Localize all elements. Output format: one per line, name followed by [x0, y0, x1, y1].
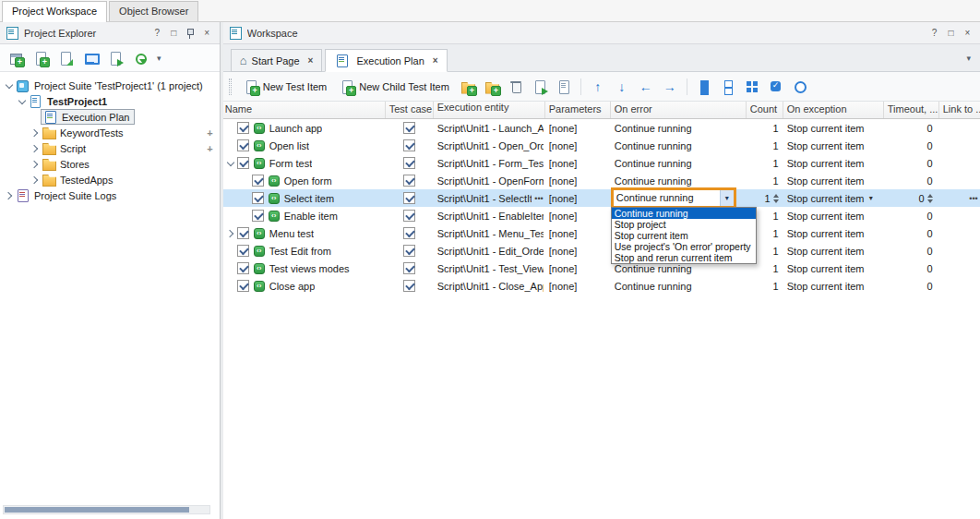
- column-header-on-error[interactable]: On error: [611, 102, 747, 118]
- horizontal-scrollbar[interactable]: [3, 505, 210, 514]
- twisty-down-icon[interactable]: [17, 96, 28, 107]
- maximize-button[interactable]: □: [944, 26, 958, 41]
- item-enabled-checkbox[interactable]: [237, 122, 249, 134]
- test-case-checkbox[interactable]: [403, 175, 415, 187]
- test-item-row-menu-test[interactable]: Menu testScript\Unit1 - Menu_Test[none]C…: [223, 224, 980, 242]
- maximize-button[interactable]: □: [167, 26, 181, 41]
- delete-test-item-button[interactable]: [505, 77, 527, 97]
- test-case-checkbox[interactable]: [403, 210, 415, 222]
- test-item-row-launch-app[interactable]: Launch appScript\Unit1 - Launch_App[none…: [223, 119, 980, 137]
- invert-checks-button[interactable]: [741, 77, 763, 97]
- new-project-suite-button[interactable]: [5, 48, 27, 68]
- twisty-right-icon[interactable]: [30, 175, 41, 186]
- item-enabled-checkbox[interactable]: [252, 210, 264, 222]
- add-item-plus-button[interactable]: +: [207, 143, 212, 154]
- item-enabled-checkbox[interactable]: [237, 280, 249, 292]
- item-enabled-checkbox[interactable]: [237, 227, 249, 239]
- spin-down-icon[interactable]: [927, 199, 933, 203]
- column-header-on-exception[interactable]: On exception: [783, 102, 884, 118]
- tree-item-stores[interactable]: Stores: [0, 156, 220, 172]
- item-enabled-checkbox[interactable]: [237, 157, 249, 169]
- dropdown-option-stop-current-item[interactable]: Stop current item: [612, 230, 756, 241]
- test-item-row-enable-item[interactable]: Enable itemScript\Unit1 - EnableItem[non…: [223, 207, 980, 224]
- test-item-row-close-app[interactable]: Close appScript\Unit1 - Close_App[none]C…: [223, 277, 980, 295]
- test-case-checkbox[interactable]: [403, 192, 415, 204]
- uncheck-selected-button[interactable]: [789, 77, 811, 97]
- test-item-row-test-views-modes[interactable]: Test views modesScript\Unit1 - Test_View…: [223, 260, 980, 277]
- spinner-control[interactable]: [927, 194, 933, 203]
- on-error-combobox[interactable]: Continue running▾: [614, 190, 734, 206]
- tree-item-execution-plan[interactable]: Execution Plan: [0, 109, 220, 125]
- run-project-button[interactable]: [104, 48, 126, 68]
- tab-project-workspace[interactable]: Project Workspace: [2, 1, 107, 22]
- scrollbar-thumb[interactable]: [5, 507, 189, 513]
- spin-down-icon[interactable]: [773, 199, 779, 203]
- test-case-checkbox[interactable]: [403, 227, 415, 239]
- tree-item-keywordtests[interactable]: KeywordTests+: [0, 125, 220, 140]
- new-child-test-item-button[interactable]: New Child Test Item: [334, 76, 455, 98]
- toolbar-grip[interactable]: [229, 78, 232, 95]
- move-up-button[interactable]: ↑: [587, 77, 609, 97]
- dropdown-option-use-project-s-on-error-property[interactable]: Use project's 'On error' property: [612, 241, 756, 252]
- item-enabled-checkbox[interactable]: [237, 139, 249, 151]
- link-browse-button[interactable]: •••: [966, 194, 977, 203]
- test-case-checkbox[interactable]: [403, 157, 415, 169]
- profiler-button[interactable]: [129, 48, 151, 68]
- close-tab-icon[interactable]: ×: [433, 55, 438, 66]
- tree-item-testedapps[interactable]: TestedApps: [0, 172, 220, 187]
- uncheck-all-button[interactable]: [717, 77, 739, 97]
- tree-item-script[interactable]: Script+: [0, 140, 220, 156]
- dropdown-option-stop-and-rerun-current-item[interactable]: Stop and rerun current item: [612, 252, 756, 263]
- column-header-parameters[interactable]: Parameters: [545, 102, 611, 118]
- tree-item-testproject1[interactable]: TestProject1: [0, 93, 220, 109]
- dropdown-option-continue-running[interactable]: Continue running: [612, 208, 756, 219]
- move-down-button[interactable]: ↓: [611, 77, 633, 97]
- twisty-right-icon[interactable]: [225, 228, 236, 239]
- item-enabled-checkbox[interactable]: [252, 175, 264, 187]
- help-button[interactable]: ?: [150, 26, 164, 41]
- column-header-test-case[interactable]: Test case: [386, 102, 434, 118]
- tab-execution-plan[interactable]: Execution Plan ×: [325, 49, 447, 72]
- dropdown-option-stop-project[interactable]: Stop project: [612, 219, 756, 230]
- new-child-group-button[interactable]: [481, 77, 503, 97]
- generate-report-button[interactable]: [553, 77, 575, 97]
- twisty-right-icon[interactable]: [4, 190, 15, 201]
- column-header-name[interactable]: Name: [223, 102, 386, 118]
- combo-dropdown-button[interactable]: ▾: [720, 190, 734, 206]
- auto-hide-pin-button[interactable]: [184, 26, 197, 41]
- new-project-button[interactable]: [30, 48, 52, 68]
- entity-browse-button[interactable]: •••: [532, 194, 543, 203]
- new-group-button[interactable]: [457, 77, 479, 97]
- column-header-timeout[interactable]: Timeout, ...: [884, 102, 939, 118]
- twisty-right-icon[interactable]: [30, 159, 41, 170]
- add-existing-item-button[interactable]: [54, 48, 77, 68]
- twisty-down-icon[interactable]: [4, 80, 15, 91]
- column-header-link-to[interactable]: Link to ...: [939, 102, 980, 118]
- spin-up-icon[interactable]: [773, 194, 779, 198]
- toolbar-dropdown-caret[interactable]: ▾: [154, 54, 164, 63]
- indent-item-button[interactable]: →: [659, 77, 681, 97]
- item-enabled-checkbox[interactable]: [252, 192, 264, 204]
- run-selected-button[interactable]: [529, 77, 551, 97]
- test-case-checkbox[interactable]: [403, 262, 415, 274]
- spinner-control[interactable]: [773, 194, 779, 203]
- on-exception-dropdown-arrow[interactable]: ▾: [869, 194, 884, 202]
- test-item-row-open-list[interactable]: Open listScript\Unit1 - Open_Order...[no…: [223, 137, 980, 154]
- tab-list-dropdown[interactable]: ▾: [957, 54, 980, 63]
- twisty-right-icon[interactable]: [30, 127, 41, 139]
- test-case-checkbox[interactable]: [403, 280, 415, 292]
- test-item-row-open-form[interactable]: Open formScript\Unit1 - OpenForm[none]Co…: [223, 172, 980, 189]
- column-header-execution-entity[interactable]: Execution entity: [434, 102, 545, 118]
- test-item-row-select-item[interactable]: Select itemScript\Unit1 - SelectItem•••[…: [223, 189, 980, 207]
- tree-item-project-suite-logs[interactable]: Project Suite Logs: [0, 187, 220, 203]
- twisty-right-icon[interactable]: [30, 143, 41, 154]
- outdent-item-button[interactable]: ←: [635, 77, 657, 97]
- add-item-plus-button[interactable]: +: [207, 127, 212, 139]
- new-test-item-button[interactable]: New Test Item: [238, 76, 333, 98]
- close-tab-icon[interactable]: ×: [308, 55, 314, 66]
- test-case-checkbox[interactable]: [403, 139, 415, 151]
- help-button[interactable]: ?: [927, 26, 941, 41]
- test-case-checkbox[interactable]: [403, 122, 415, 134]
- spin-up-icon[interactable]: [927, 194, 933, 198]
- tree-item-project-suite-testproject1-1-project[interactable]: Project Suite 'TestProject1' (1 project): [0, 78, 220, 93]
